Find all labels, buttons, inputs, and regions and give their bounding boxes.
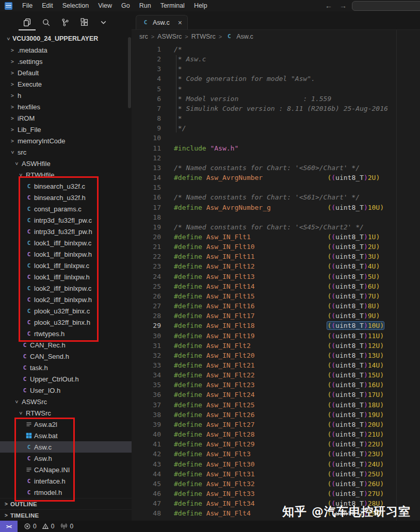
tree-item-CANape.INI[interactable]: CANape.INI xyxy=(0,464,132,475)
menu-help[interactable]: Help xyxy=(189,2,212,9)
tree-item-rtmodel.h[interactable]: Crtmodel.h xyxy=(0,487,132,498)
tree-item-binsearch_u32f.h[interactable]: Cbinsearch_u32f.h xyxy=(0,192,132,203)
code-line-26[interactable]: 26#define Asw_IN_Flt15 ((uint8_T)7U) xyxy=(132,291,420,301)
code-line-21[interactable]: 21#define Asw_IN_Flt10 ((uint8_T)2U) xyxy=(132,242,420,252)
tree-item-ASWSrc[interactable]: >ASWSrc xyxy=(0,396,132,407)
tree-item-CAN_Rec.h[interactable]: CCAN_Rec.h xyxy=(0,339,132,351)
tree-item-look2_iflf_binlxpw.h[interactable]: Clook2_iflf_binlxpw.h xyxy=(0,294,132,305)
code-line-6[interactable]: 6 * Model version : 1.559 xyxy=(132,94,420,104)
code-line-11[interactable]: 11#include "Asw.h" xyxy=(132,143,420,153)
code-line-5[interactable]: 5 * xyxy=(132,84,420,94)
code-line-8[interactable]: 8 * xyxy=(132,113,420,123)
tree-item-interface.h[interactable]: Cinterface.h xyxy=(0,475,132,487)
tree-item-Asw.c[interactable]: CAsw.c xyxy=(0,441,132,453)
tree-item-binsearch_u32f.c[interactable]: Cbinsearch_u32f.c xyxy=(0,180,132,192)
tree-item-CAN_Send.h[interactable]: CCAN_Send.h xyxy=(0,351,132,362)
code-line-15[interactable]: 15 xyxy=(132,182,420,192)
code-line-18[interactable]: 18 xyxy=(132,212,420,222)
menu-go[interactable]: Go xyxy=(117,2,135,9)
forward-arrow-icon[interactable]: → xyxy=(340,2,347,10)
code-line-44[interactable]: 44#define Asw_IN_Flt31 ((uint8_T)25U) xyxy=(132,469,420,479)
extensions-icon[interactable] xyxy=(80,18,89,27)
tab-asw-c[interactable]: C Asw.c × xyxy=(136,15,188,29)
tree-item-look2_iflf_binlxpw.c[interactable]: Clook2_iflf_binlxpw.c xyxy=(0,282,132,294)
code-line-2[interactable]: 2 * Asw.c xyxy=(132,54,420,64)
code-line-17[interactable]: 17#define Asw_AvrgNumber_g ((uint8_T)10U… xyxy=(132,203,420,212)
search-icon[interactable] xyxy=(42,18,51,27)
source-control-icon[interactable] xyxy=(61,18,70,27)
tree-item-Execute[interactable]: >Execute xyxy=(0,78,132,90)
tree-item-Asw.h[interactable]: CAsw.h xyxy=(0,453,132,464)
tree-item-.metadata[interactable]: >.metadata xyxy=(0,44,132,56)
code-line-30[interactable]: 30#define Asw_IN_Flt19 ((uint8_T)11U) xyxy=(132,331,420,341)
code-line-41[interactable]: 41#define Asw_IN_Flt29 ((uint8_T)22U) xyxy=(132,439,420,449)
tree-item-look1_iflf_binlxpw.h[interactable]: Clook1_iflf_binlxpw.h xyxy=(0,248,132,260)
tree-item-ASWHfile[interactable]: >ASWHfile xyxy=(0,158,132,169)
remote-indicator[interactable]: >< xyxy=(0,521,18,532)
tree-item-RTWSrc[interactable]: >RTWSrc xyxy=(0,407,132,419)
tree-item-User_IO.h[interactable]: CUser_IO.h xyxy=(0,385,132,396)
back-arrow-icon[interactable]: ← xyxy=(325,2,332,10)
chevron-down-icon[interactable] xyxy=(99,18,108,27)
tree-item-look1_iflf_binlxpw.c[interactable]: Clook1_iflf_binlxpw.c xyxy=(0,237,132,248)
code-line-9[interactable]: 9 */ xyxy=(132,123,420,133)
code-line-24[interactable]: 24#define Asw_IN_Flt13 ((uint8_T)5U) xyxy=(132,272,420,281)
tree-item-Asw.bat[interactable]: Asw.bat xyxy=(0,430,132,441)
tree-item-memoryIntCode[interactable]: >memoryIntCode xyxy=(0,135,132,146)
breadcrumb-item-src[interactable]: src xyxy=(139,33,148,40)
code-line-40[interactable]: 40#define Asw_IN_Flt28 ((uint8_T)21U) xyxy=(132,429,420,439)
tree-item-Lib_File[interactable]: >Lib_File xyxy=(0,124,132,135)
tree-item-iROM[interactable]: >iROM xyxy=(0,112,132,124)
tree-item-.settings[interactable]: >.settings xyxy=(0,56,132,67)
close-icon[interactable]: × xyxy=(178,19,182,27)
tree-item-RTWHfile[interactable]: >RTWHfile xyxy=(0,169,132,180)
code-line-35[interactable]: 35#define Asw_IN_Flt23 ((uint8_T)16U) xyxy=(132,380,420,390)
code-line-46[interactable]: 46#define Asw_IN_Flt33 ((uint8_T)27U) xyxy=(132,489,420,498)
tree-item-rtwtypes.h[interactable]: Crtwtypes.h xyxy=(0,328,132,339)
tree-item-plook_u32ff_binx.h[interactable]: Cplook_u32ff_binx.h xyxy=(0,317,132,328)
menu-run[interactable]: Run xyxy=(135,2,156,9)
tree-item-look1_iflf_linlxpw.c[interactable]: Clook1_iflf_linlxpw.c xyxy=(0,260,132,271)
command-center-search[interactable] xyxy=(352,1,420,11)
code-editor[interactable]: 1/*2 * Asw.c3 *4 * Code generation for m… xyxy=(132,42,420,521)
code-line-1[interactable]: 1/* xyxy=(132,44,420,54)
tree-item-Asw.a2l[interactable]: Asw.a2l xyxy=(0,419,132,430)
code-line-32[interactable]: 32#define Asw_IN_Flt20 ((uint8_T)13U) xyxy=(132,351,420,360)
code-line-13[interactable]: 13/* Named constants for Chart: '<S60>/C… xyxy=(132,163,420,173)
breadcrumb-item-ASWSrc[interactable]: ASWSrc xyxy=(157,33,182,40)
files-icon[interactable] xyxy=(23,18,31,27)
code-line-42[interactable]: 42#define Asw_IN_Flt3 ((uint8_T)23U) xyxy=(132,449,420,459)
code-line-4[interactable]: 4 * Code generation for model "Asw". xyxy=(132,74,420,84)
code-line-43[interactable]: 43#define Asw_IN_Flt30 ((uint8_T)24U) xyxy=(132,459,420,469)
tree-item-intrp3d_fu32fl_pw.h[interactable]: Cintrp3d_fu32fl_pw.h xyxy=(0,226,132,237)
tree-item-look1_iflf_linlxpw.h[interactable]: Clook1_iflf_linlxpw.h xyxy=(0,271,132,282)
ports-status[interactable]: 0 xyxy=(60,523,73,530)
code-line-3[interactable]: 3 * xyxy=(132,64,420,74)
code-line-36[interactable]: 36#define Asw_IN_Flt24 ((uint8_T)17U) xyxy=(132,390,420,400)
breadcrumb-item-Asw.c[interactable]: Asw.c xyxy=(236,33,253,40)
code-line-12[interactable]: 12 xyxy=(132,153,420,163)
tree-item-Default[interactable]: >Default xyxy=(0,67,132,78)
code-line-39[interactable]: 39#define Asw_IN_Flt27 ((uint8_T)20U) xyxy=(132,420,420,429)
menu-selection[interactable]: Selection xyxy=(58,2,93,9)
menu-view[interactable]: View xyxy=(93,2,117,9)
code-line-23[interactable]: 23#define Asw_IN_Flt12 ((uint8_T)4U) xyxy=(132,261,420,271)
tree-item-src[interactable]: >src xyxy=(0,146,132,158)
problems-status[interactable]: 0 0 xyxy=(24,523,54,530)
code-line-25[interactable]: 25#define Asw_IN_Flt14 ((uint8_T)6U) xyxy=(132,281,420,291)
code-line-31[interactable]: 31#define Asw_IN_Flt2 ((uint8_T)12U) xyxy=(132,341,420,351)
code-line-20[interactable]: 20#define Asw_IN_Flt1 ((uint8_T)1U) xyxy=(132,232,420,242)
code-line-28[interactable]: 28#define Asw_IN_Flt17 ((uint8_T)9U) xyxy=(132,311,420,321)
tree-item-plook_u32ff_binx.c[interactable]: Cplook_u32ff_binx.c xyxy=(0,305,132,317)
tree-item-const_params.c[interactable]: Cconst_params.c xyxy=(0,203,132,214)
tree-item-Upper_CtrlOut.h[interactable]: CUpper_CtrlOut.h xyxy=(0,373,132,385)
timeline-section[interactable]: > TIMELINE xyxy=(0,509,132,521)
code-line-33[interactable]: 33#define Asw_IN_Flt21 ((uint8_T)14U) xyxy=(132,360,420,370)
breadcrumb-item-RTWSrc[interactable]: RTWSrc xyxy=(191,33,216,40)
sidebar-scrollbar[interactable] xyxy=(128,37,131,108)
code-line-38[interactable]: 38#define Asw_IN_Flt26 ((uint8_T)19U) xyxy=(132,410,420,420)
outline-section[interactable]: > OUTLINE xyxy=(0,498,132,509)
tree-item-VCU3000_24_UPPERLAYER[interactable]: >VCU3000_24_UPPERLAYER xyxy=(0,33,132,44)
code-line-7[interactable]: 7 * Simulink Coder version : 8.11 (R2016… xyxy=(132,104,420,113)
code-line-22[interactable]: 22#define Asw_IN_Flt11 ((uint8_T)3U) xyxy=(132,252,420,261)
